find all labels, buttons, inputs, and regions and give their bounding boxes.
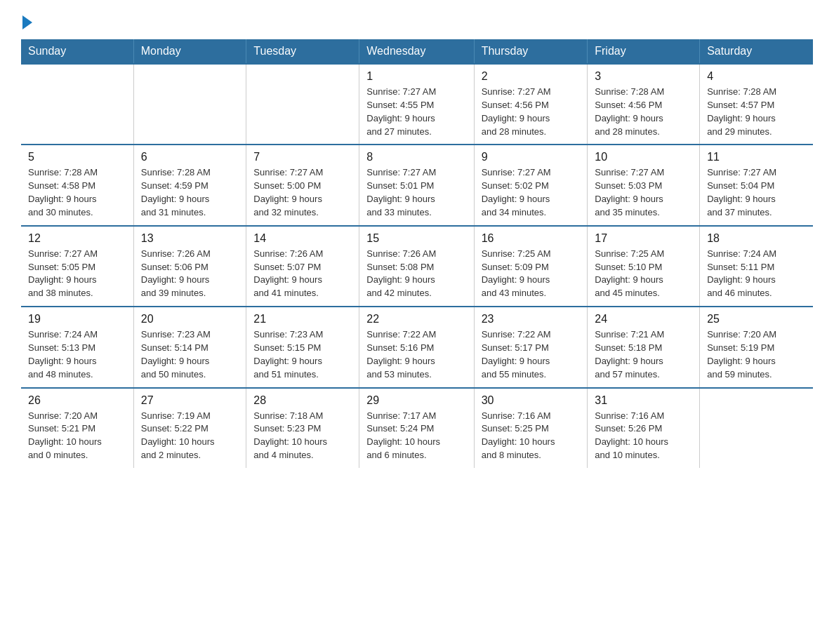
day-number: 27 xyxy=(141,394,239,407)
calendar-day-cell: 27Sunrise: 7:19 AMSunset: 5:22 PMDayligh… xyxy=(133,388,246,468)
day-number: 2 xyxy=(482,70,581,83)
calendar-day-cell: 18Sunrise: 7:24 AMSunset: 5:11 PMDayligh… xyxy=(700,226,813,307)
days-of-week-row: SundayMondayTuesdayWednesdayThursdayFrid… xyxy=(21,39,813,64)
calendar-day-cell: 12Sunrise: 7:27 AMSunset: 5:05 PMDayligh… xyxy=(21,226,133,307)
day-number: 19 xyxy=(28,313,126,326)
calendar-day-cell: 31Sunrise: 7:16 AMSunset: 5:26 PMDayligh… xyxy=(588,388,700,468)
day-info: Sunrise: 7:26 AMSunset: 5:07 PMDaylight:… xyxy=(253,248,352,300)
day-of-week-header: Sunday xyxy=(21,39,133,64)
calendar-day-cell xyxy=(700,388,813,468)
day-number: 11 xyxy=(707,151,806,163)
day-number: 30 xyxy=(482,394,581,407)
day-number: 22 xyxy=(366,313,466,326)
day-number: 25 xyxy=(707,313,806,326)
page-header xyxy=(21,14,813,27)
calendar-table: SundayMondayTuesdayWednesdayThursdayFrid… xyxy=(21,39,813,468)
day-info: Sunrise: 7:27 AMSunset: 5:00 PMDaylight:… xyxy=(253,166,352,219)
calendar-day-cell: 13Sunrise: 7:26 AMSunset: 5:06 PMDayligh… xyxy=(133,226,246,307)
calendar-day-cell: 1Sunrise: 7:27 AMSunset: 4:55 PMDaylight… xyxy=(359,64,474,145)
calendar-day-cell: 5Sunrise: 7:28 AMSunset: 4:58 PMDaylight… xyxy=(21,145,133,225)
calendar-day-cell: 21Sunrise: 7:23 AMSunset: 5:15 PMDayligh… xyxy=(246,307,359,387)
calendar-day-cell: 29Sunrise: 7:17 AMSunset: 5:24 PMDayligh… xyxy=(359,388,474,468)
day-number: 28 xyxy=(253,394,352,407)
day-info: Sunrise: 7:16 AMSunset: 5:26 PMDaylight:… xyxy=(595,410,692,462)
day-number: 9 xyxy=(482,151,581,163)
calendar-week-row: 12Sunrise: 7:27 AMSunset: 5:05 PMDayligh… xyxy=(21,226,813,307)
day-of-week-header: Tuesday xyxy=(246,39,359,64)
calendar-day-cell: 26Sunrise: 7:20 AMSunset: 5:21 PMDayligh… xyxy=(21,388,133,468)
day-number: 13 xyxy=(141,232,239,245)
day-number: 12 xyxy=(28,232,126,245)
calendar-day-cell: 22Sunrise: 7:22 AMSunset: 5:16 PMDayligh… xyxy=(359,307,474,387)
calendar-day-cell: 23Sunrise: 7:22 AMSunset: 5:17 PMDayligh… xyxy=(474,307,588,387)
calendar-header: SundayMondayTuesdayWednesdayThursdayFrid… xyxy=(21,39,813,64)
day-info: Sunrise: 7:17 AMSunset: 5:24 PMDaylight:… xyxy=(366,410,466,462)
calendar-day-cell xyxy=(246,64,359,145)
day-of-week-header: Wednesday xyxy=(359,39,474,64)
day-info: Sunrise: 7:27 AMSunset: 4:56 PMDaylight:… xyxy=(482,86,581,138)
calendar-day-cell: 24Sunrise: 7:21 AMSunset: 5:18 PMDayligh… xyxy=(588,307,700,387)
day-info: Sunrise: 7:27 AMSunset: 4:55 PMDaylight:… xyxy=(366,86,466,138)
day-info: Sunrise: 7:18 AMSunset: 5:23 PMDaylight:… xyxy=(253,410,352,462)
calendar-day-cell xyxy=(21,64,133,145)
logo-arrow-icon xyxy=(22,15,32,29)
day-info: Sunrise: 7:23 AMSunset: 5:15 PMDaylight:… xyxy=(253,328,352,381)
day-info: Sunrise: 7:27 AMSunset: 5:01 PMDaylight:… xyxy=(366,166,466,219)
calendar-day-cell: 11Sunrise: 7:27 AMSunset: 5:04 PMDayligh… xyxy=(700,145,813,225)
calendar-day-cell: 16Sunrise: 7:25 AMSunset: 5:09 PMDayligh… xyxy=(474,226,588,307)
calendar-day-cell xyxy=(133,64,246,145)
day-number: 18 xyxy=(707,232,806,245)
day-number: 10 xyxy=(595,151,692,163)
calendar-day-cell: 3Sunrise: 7:28 AMSunset: 4:56 PMDaylight… xyxy=(588,64,700,145)
day-info: Sunrise: 7:24 AMSunset: 5:11 PMDaylight:… xyxy=(707,248,806,300)
day-info: Sunrise: 7:20 AMSunset: 5:19 PMDaylight:… xyxy=(707,328,806,381)
day-info: Sunrise: 7:26 AMSunset: 5:06 PMDaylight:… xyxy=(141,248,239,300)
calendar-day-cell: 4Sunrise: 7:28 AMSunset: 4:57 PMDaylight… xyxy=(700,64,813,145)
calendar-day-cell: 30Sunrise: 7:16 AMSunset: 5:25 PMDayligh… xyxy=(474,388,588,468)
day-number: 21 xyxy=(253,313,352,326)
logo xyxy=(21,14,32,27)
day-number: 3 xyxy=(595,70,692,83)
day-info: Sunrise: 7:22 AMSunset: 5:17 PMDaylight:… xyxy=(482,328,581,381)
day-info: Sunrise: 7:28 AMSunset: 4:57 PMDaylight:… xyxy=(707,86,806,138)
calendar-day-cell: 7Sunrise: 7:27 AMSunset: 5:00 PMDaylight… xyxy=(246,145,359,225)
calendar-day-cell: 19Sunrise: 7:24 AMSunset: 5:13 PMDayligh… xyxy=(21,307,133,387)
day-number: 31 xyxy=(595,394,692,407)
calendar-day-cell: 9Sunrise: 7:27 AMSunset: 5:02 PMDaylight… xyxy=(474,145,588,225)
calendar-day-cell: 2Sunrise: 7:27 AMSunset: 4:56 PMDaylight… xyxy=(474,64,588,145)
calendar-day-cell: 6Sunrise: 7:28 AMSunset: 4:59 PMDaylight… xyxy=(133,145,246,225)
day-of-week-header: Monday xyxy=(133,39,246,64)
day-number: 17 xyxy=(595,232,692,245)
day-info: Sunrise: 7:28 AMSunset: 4:58 PMDaylight:… xyxy=(28,166,126,219)
day-info: Sunrise: 7:23 AMSunset: 5:14 PMDaylight:… xyxy=(141,328,239,381)
calendar-day-cell: 20Sunrise: 7:23 AMSunset: 5:14 PMDayligh… xyxy=(133,307,246,387)
day-number: 6 xyxy=(141,151,239,163)
day-info: Sunrise: 7:28 AMSunset: 4:56 PMDaylight:… xyxy=(595,86,692,138)
calendar-day-cell: 14Sunrise: 7:26 AMSunset: 5:07 PMDayligh… xyxy=(246,226,359,307)
calendar-day-cell: 25Sunrise: 7:20 AMSunset: 5:19 PMDayligh… xyxy=(700,307,813,387)
day-number: 15 xyxy=(366,232,466,245)
day-number: 23 xyxy=(482,313,581,326)
day-info: Sunrise: 7:22 AMSunset: 5:16 PMDaylight:… xyxy=(366,328,466,381)
day-number: 7 xyxy=(253,151,352,163)
calendar-day-cell: 8Sunrise: 7:27 AMSunset: 5:01 PMDaylight… xyxy=(359,145,474,225)
day-number: 4 xyxy=(707,70,806,83)
day-of-week-header: Saturday xyxy=(700,39,813,64)
day-number: 8 xyxy=(366,151,466,163)
day-number: 26 xyxy=(28,394,126,407)
calendar-day-cell: 28Sunrise: 7:18 AMSunset: 5:23 PMDayligh… xyxy=(246,388,359,468)
calendar-week-row: 26Sunrise: 7:20 AMSunset: 5:21 PMDayligh… xyxy=(21,388,813,468)
day-number: 5 xyxy=(28,151,126,163)
day-number: 14 xyxy=(253,232,352,245)
logo-general-text xyxy=(21,14,32,29)
calendar-week-row: 5Sunrise: 7:28 AMSunset: 4:58 PMDaylight… xyxy=(21,145,813,225)
day-info: Sunrise: 7:24 AMSunset: 5:13 PMDaylight:… xyxy=(28,328,126,381)
day-number: 24 xyxy=(595,313,692,326)
day-info: Sunrise: 7:27 AMSunset: 5:02 PMDaylight:… xyxy=(482,166,581,219)
calendar-day-cell: 17Sunrise: 7:25 AMSunset: 5:10 PMDayligh… xyxy=(588,226,700,307)
calendar-day-cell: 15Sunrise: 7:26 AMSunset: 5:08 PMDayligh… xyxy=(359,226,474,307)
day-info: Sunrise: 7:28 AMSunset: 4:59 PMDaylight:… xyxy=(141,166,239,219)
day-of-week-header: Thursday xyxy=(474,39,588,64)
day-number: 16 xyxy=(482,232,581,245)
day-info: Sunrise: 7:20 AMSunset: 5:21 PMDaylight:… xyxy=(28,410,126,462)
